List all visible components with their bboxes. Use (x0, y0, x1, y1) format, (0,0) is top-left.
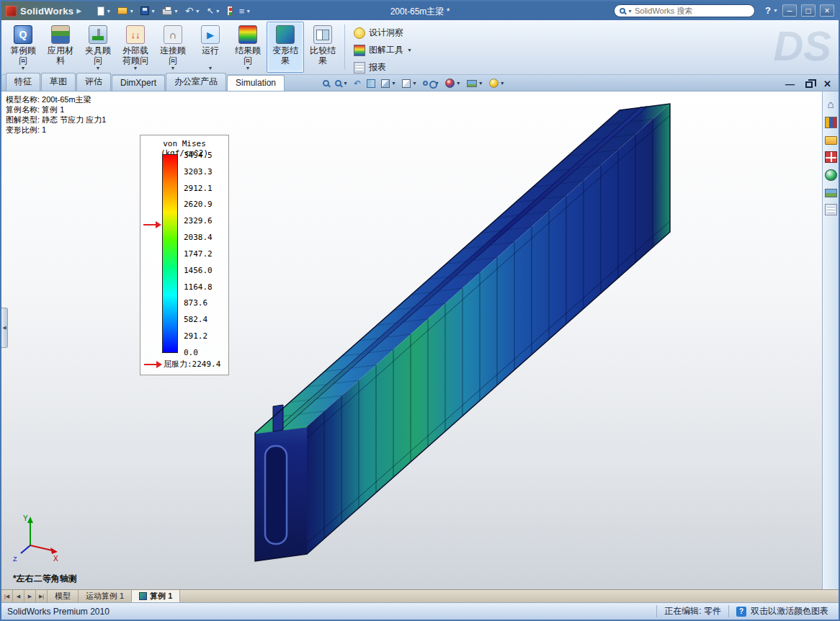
legend-color-bar[interactable] (162, 154, 178, 353)
tab-study-1[interactable]: 算例 1 (132, 590, 180, 602)
rebuild-icon (227, 6, 233, 16)
tab-sketch[interactable]: 草图 (41, 73, 76, 91)
new-document-button[interactable]: ▼ (97, 6, 111, 16)
dropdown-arrow-icon: ▼ (412, 81, 417, 86)
scenes-icon[interactable] (825, 189, 837, 197)
file-explorer-icon[interactable] (825, 136, 837, 145)
ribbon-button-label: 比较结果 (308, 45, 337, 66)
search-scope-arrow-icon[interactable]: ▼ (627, 9, 633, 14)
plot-tools-icon (354, 45, 365, 56)
ribbon-button-label: 运行 (196, 45, 225, 66)
search-box[interactable]: ▼ (614, 4, 755, 17)
ribbon-button-study-advisor[interactable]: 算例顾问 ▼ (4, 22, 42, 73)
open-button[interactable]: ▼ (117, 7, 134, 14)
deformed-result-icon (276, 25, 295, 44)
zoom-area-button[interactable]: ▼ (335, 80, 348, 86)
status-product-name: SolidWorks Premium 2010 (1, 607, 110, 617)
ribbon-button-deformed-result[interactable]: 变形结果 (267, 22, 304, 73)
tab-features[interactable]: 特征 (6, 73, 40, 91)
tab-dimxpert[interactable]: DimXpert (112, 75, 165, 91)
tab-evaluate[interactable]: 评估 (76, 73, 111, 91)
beam-model[interactable] (255, 104, 670, 561)
menu-flyout-arrow-icon[interactable]: ▶ (76, 7, 81, 14)
display-style-button[interactable]: ▼ (402, 79, 417, 88)
apply-scene-button[interactable]: ▼ (467, 80, 483, 87)
ribbon-button-fixtures-advisor[interactable]: 夹具顾问 ▼ (79, 22, 117, 73)
view-orientation-button[interactable]: ▼ (381, 79, 396, 88)
dropdown-arrow-icon: ▼ (500, 81, 505, 86)
view-palette-icon[interactable] (825, 151, 837, 163)
tab-motion-study-1[interactable]: 运动算例 1 (79, 590, 132, 602)
apply-material-icon (51, 25, 70, 44)
document-minimize-button[interactable]: — (785, 81, 795, 88)
home-icon[interactable]: ⌂ (825, 99, 837, 110)
select-button[interactable]: ↖▼ (207, 6, 220, 15)
model-canvas[interactable]: Y X Z (1, 91, 822, 589)
triad-x-axis (30, 545, 52, 550)
custom-properties-icon[interactable] (825, 204, 837, 215)
last-tab-arrow[interactable]: ▶| (36, 590, 48, 602)
ribbon-button-run[interactable]: 运行 ▼ (192, 22, 229, 73)
section-view-button[interactable] (367, 79, 375, 88)
command-manager-ribbon: 算例顾问 ▼ 应用材料 夹具顾问 ▼ 外部载荷顾问 ▼ 连接顾问 ▼ 运行 ▼ (1, 20, 839, 75)
save-button[interactable]: ▼ (140, 6, 156, 15)
ribbon-button-compare-results[interactable]: 比较结果 (304, 22, 341, 73)
next-tab-arrow[interactable]: ▶ (24, 590, 36, 602)
display-style-icon (402, 79, 411, 88)
tab-simulation[interactable]: Simulation (227, 75, 285, 91)
zoom-fit-button[interactable] (323, 80, 329, 86)
ribbon-button-connections-advisor[interactable]: 连接顾问 ▼ (154, 22, 192, 73)
edit-appearance-button[interactable]: ▼ (445, 79, 461, 88)
ribbon-button-report[interactable]: 报表 (351, 61, 415, 74)
options-button[interactable]: ≡▼ (239, 6, 251, 16)
help-hint-icon[interactable]: ? (736, 607, 746, 617)
graphics-viewport[interactable]: Y X Z ◀ 模型名称: 200t-65m主梁 算例名称: 算例 1 图解类型… (1, 91, 822, 589)
first-tab-arrow[interactable]: |◀ (1, 590, 13, 602)
dropdown-arrow-icon: ▼ (478, 81, 483, 86)
dropdown-arrow-icon: ▼ (129, 9, 134, 14)
prev-tab-arrow[interactable]: ◀ (13, 590, 24, 602)
hide-show-items-button[interactable]: ▼ (423, 81, 439, 86)
dropdown-arrow-icon: ▼ (171, 66, 176, 71)
view-settings-button[interactable]: ▼ (489, 79, 505, 88)
document-restore-button[interactable] (805, 81, 813, 88)
hide-show-items-icon (423, 81, 428, 86)
beam-side-face[interactable] (307, 104, 670, 554)
help-button[interactable]: ? ▼ (765, 5, 778, 16)
maximize-button[interactable]: □ (801, 4, 816, 17)
zoom-fit-icon (323, 80, 329, 86)
yield-marker-arrow-icon (143, 224, 156, 225)
rebuild-button[interactable] (227, 6, 233, 16)
ribbon-button-plot-tools[interactable]: 图解工具 ▼ (351, 43, 415, 57)
ribbon-button-external-loads-advisor[interactable]: 外部载荷顾问 ▼ (117, 22, 154, 73)
stress-legend[interactable]: von Mises (kgf/cm^2) 3494.5 3203.3 2912.… (140, 135, 229, 375)
solidworks-logo-icon[interactable] (6, 6, 17, 17)
appearances-icon[interactable] (825, 169, 837, 181)
task-pane-strip: ⌂ (822, 91, 839, 589)
apply-scene-icon (467, 80, 477, 87)
close-button[interactable]: × (820, 4, 834, 17)
tab-model[interactable]: 模型 (48, 590, 79, 602)
minimize-button[interactable]: – (782, 4, 797, 17)
dropdown-arrow-icon: ▼ (391, 81, 396, 86)
undo-button[interactable]: ↶▼ (185, 6, 200, 16)
ribbon-button-design-insight[interactable]: 设计洞察 (351, 26, 415, 40)
search-input[interactable] (635, 6, 749, 15)
previous-view-button[interactable]: ↶ (354, 79, 361, 88)
view-settings-icon (489, 79, 499, 88)
featuremanager-collapsed-handle[interactable]: ◀ (1, 308, 8, 348)
print-button[interactable]: ▼ (162, 6, 179, 15)
legend-tick: 873.6 (184, 298, 213, 308)
quick-toolbar: ▼ ▼ ▼ ▼ ↶▼ ↖▼ ≡▼ (97, 6, 251, 16)
triad-z-label: Z (13, 555, 17, 563)
ribbon-button-results-advisor[interactable]: 结果顾问 ▼ (229, 22, 267, 73)
document-close-button[interactable]: ✕ (823, 81, 831, 88)
design-library-icon[interactable] (825, 117, 837, 128)
triad-y-arrow (27, 517, 33, 523)
ribbon-button-apply-material[interactable]: 应用材料 (42, 22, 79, 73)
view-orientation-label: *左右二等角轴测 (13, 573, 77, 585)
ribbon-stack-group: 设计洞察 图解工具 ▼ 报表 (348, 22, 416, 73)
zoom-area-icon (335, 80, 341, 86)
tab-office-products[interactable]: 办公室产品 (166, 73, 226, 91)
model-name-line: 模型名称: 200t-65m主梁 (6, 94, 106, 104)
